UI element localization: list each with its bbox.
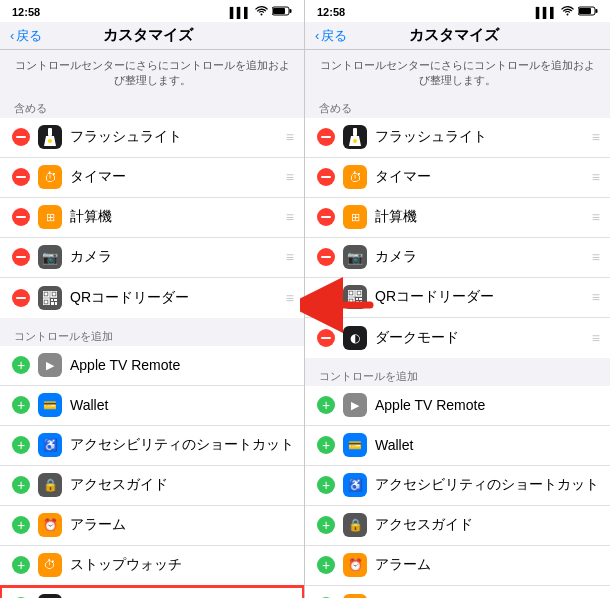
list-item[interactable]: フラッシュライト ≡ [0,118,304,158]
svg-rect-27 [350,300,353,303]
dark-icon: ◐ [38,594,62,598]
remove-button[interactable] [12,208,30,226]
list-item[interactable]: QRコードリーダー ≡ [0,278,304,318]
item-label: カメラ [70,248,286,266]
list-item[interactable]: ⏰ アラーム [305,546,610,586]
add-button[interactable] [12,476,30,494]
item-label: アラーム [375,556,600,574]
camera-icon-r: 📷 [343,245,367,269]
list-item[interactable]: ♿ アクセシビリティのショートカット [305,466,610,506]
item-label: Wallet [70,397,294,413]
remove-button[interactable] [12,128,30,146]
back-button-right[interactable]: ‹ 戻る [315,27,347,45]
list-item[interactable]: ♿ アクセシビリティのショートカット [0,426,304,466]
add-button[interactable] [317,516,335,534]
drag-handle[interactable]: ≡ [286,290,294,306]
remove-button[interactable] [317,208,335,226]
drag-handle[interactable]: ≡ [286,249,294,265]
add-button[interactable] [12,516,30,534]
back-label-right: 戻る [321,27,347,45]
description-left: コントロールセンターにさらにコントロールを追加および整理します。 [0,50,304,95]
remove-button[interactable] [317,288,335,306]
list-item[interactable]: 📷 カメラ ≡ [0,238,304,278]
wifi-icon-right [561,6,574,18]
right-panel: 12:58 ▌▌▌ ‹ 戻る カスタマイズ コントロールセンターにさらにコントロ… [305,0,610,598]
remove-button[interactable] [12,168,30,186]
remove-button[interactable] [12,289,30,307]
list-item[interactable]: ⊞ 計算機 ≡ [0,198,304,238]
svg-rect-3 [48,128,52,136]
drag-handle[interactable]: ≡ [592,249,600,265]
add-button[interactable] [12,356,30,374]
list-item[interactable]: 📷 カメラ ≡ [305,238,610,278]
list-item[interactable]: 🔒 アクセスガイド [0,466,304,506]
add-button[interactable] [317,556,335,574]
add-button[interactable] [12,436,30,454]
item-label: アクセスガイド [375,516,600,534]
back-button-left[interactable]: ‹ 戻る [10,27,42,45]
status-bar-right: 12:58 ▌▌▌ [305,0,610,22]
svg-rect-11 [45,300,48,303]
svg-rect-30 [356,301,359,304]
left-scroll[interactable]: コントロールセンターにさらにコントロールを追加および整理します。 含める フラッ… [0,50,304,598]
item-label: フラッシュライト [70,128,286,146]
dark-icon-r: ◐ [343,326,367,350]
add-button[interactable] [317,396,335,414]
right-panel-wrapper: 12:58 ▌▌▌ ‹ 戻る カスタマイズ コントロールセンターにさらにコントロ… [305,0,610,598]
list-item[interactable]: ⏱ ストップウォッチ [0,546,304,586]
add-button[interactable] [12,396,30,414]
item-label: アクセスガイド [70,476,294,494]
remove-button[interactable] [317,128,335,146]
list-item[interactable]: ⊞ 計算機 ≡ [305,198,610,238]
included-header-left: 含める [0,95,304,118]
description-right: コントロールセンターにさらにコントロールを追加および整理します。 [305,50,610,95]
list-item[interactable]: フラッシュライト ≡ [305,118,610,158]
list-item[interactable]: ▶ Apple TV Remote [0,346,304,386]
list-item[interactable]: QRコードリーダー ≡ [305,278,610,318]
item-label: Wallet [375,437,600,453]
remove-button-dark[interactable] [317,329,335,347]
included-header-right: 含める [305,95,610,118]
chevron-left-icon: ‹ [10,28,14,43]
svg-point-21 [353,139,357,143]
drag-handle[interactable]: ≡ [286,169,294,185]
list-item[interactable]: ▶ Apple TV Remote [305,386,610,426]
drag-handle[interactable]: ≡ [592,129,600,145]
drag-handle[interactable]: ≡ [592,209,600,225]
svg-rect-2 [273,8,285,14]
dark-mode-item-left[interactable]: ◐ ダークモード [0,586,304,598]
dark-mode-item-right[interactable]: ◐ ダークモード ≡ [305,318,610,358]
list-item[interactable]: 💳 Wallet [0,386,304,426]
add-button[interactable] [317,476,335,494]
remove-button[interactable] [317,168,335,186]
item-label: フラッシュライト [375,128,592,146]
list-item[interactable]: ⏱ タイマー ≡ [305,158,610,198]
stopwatch-icon-r: ⏱ [343,594,367,598]
camera-icon: 📷 [38,245,62,269]
item-label: Apple TV Remote [70,357,294,373]
drag-handle[interactable]: ≡ [592,330,600,346]
svg-point-5 [48,139,52,143]
drag-handle[interactable]: ≡ [592,289,600,305]
list-item[interactable]: ⏰ アラーム [0,506,304,546]
timer-icon-r: ⏱ [343,165,367,189]
add-button[interactable] [317,436,335,454]
list-item[interactable]: 🔒 アクセスガイド [305,506,610,546]
right-scroll[interactable]: コントロールセンターにさらにコントロールを追加および整理します。 含める フラッ… [305,50,610,598]
flashlight-icon-r [343,125,367,149]
list-item[interactable]: 💳 Wallet [305,426,610,466]
remove-button[interactable] [317,248,335,266]
item-label: タイマー [375,168,592,186]
list-item[interactable]: ⏱ タイマー ≡ [0,158,304,198]
svg-rect-17 [596,9,598,13]
add-button[interactable] [12,556,30,574]
guide-icon-r: 🔒 [343,513,367,537]
list-item[interactable]: ⏱ ストップウォッチ [305,586,610,598]
remove-button[interactable] [12,248,30,266]
drag-handle[interactable]: ≡ [592,169,600,185]
wallet-icon-r: 💳 [343,433,367,457]
svg-rect-25 [358,292,361,295]
drag-handle[interactable]: ≡ [286,209,294,225]
drag-handle[interactable]: ≡ [286,129,294,145]
item-label: Apple TV Remote [375,397,600,413]
